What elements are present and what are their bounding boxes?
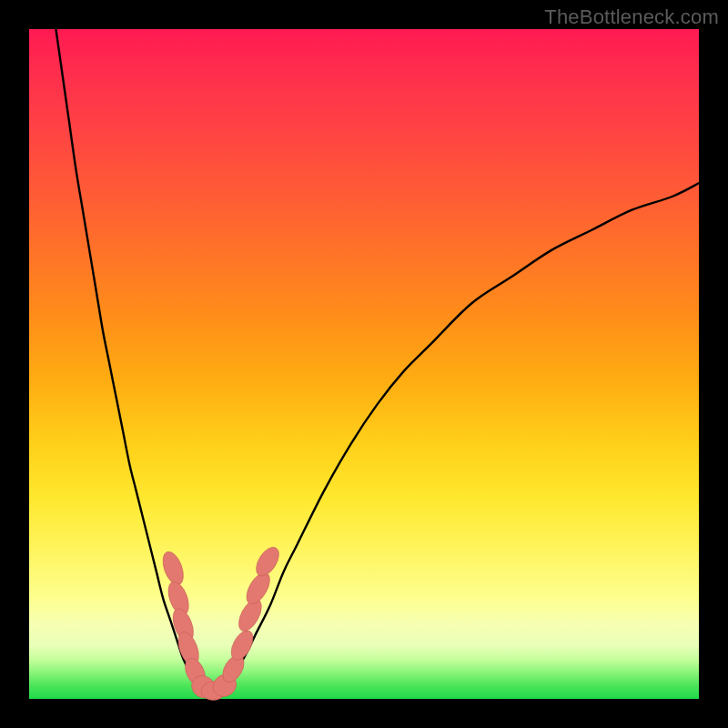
chart-svg [29, 29, 699, 699]
chart-markers [159, 543, 284, 703]
bottleneck-curve [56, 29, 699, 693]
watermark-text: TheBottleneck.com [544, 5, 719, 29]
plot-area [29, 29, 699, 699]
chart-frame: TheBottleneck.com [0, 0, 728, 728]
